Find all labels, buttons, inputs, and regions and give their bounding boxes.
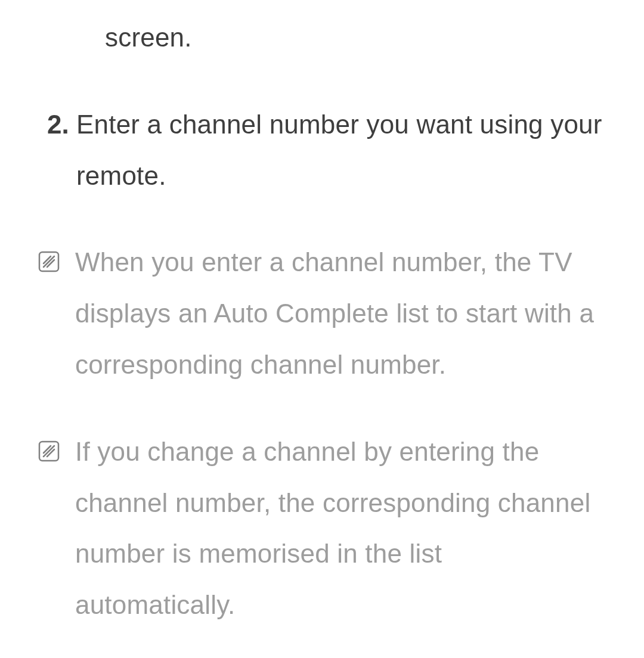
note-item: If you change a channel by entering the … — [36, 426, 608, 631]
note-icon — [38, 440, 60, 462]
manual-page: screen. 2. Enter a channel number you wa… — [0, 0, 644, 658]
svg-line-2 — [44, 256, 51, 263]
step-item: 2. Enter a channel number you want using… — [36, 99, 608, 201]
note-text: When you enter a channel number, the TV … — [75, 237, 608, 390]
svg-line-7 — [47, 449, 54, 457]
note-icon-wrap — [36, 426, 75, 462]
note-icon-wrap — [36, 237, 75, 272]
note-item: When you enter a channel number, the TV … — [36, 237, 608, 390]
step-text: Enter a channel number you want using yo… — [76, 99, 608, 201]
svg-line-3 — [47, 260, 54, 267]
continuation-line: screen. — [36, 12, 608, 63]
step-number: 2. — [36, 99, 76, 150]
note-icon — [38, 251, 60, 272]
svg-line-6 — [44, 446, 51, 453]
note-text: If you change a channel by entering the … — [75, 426, 608, 631]
